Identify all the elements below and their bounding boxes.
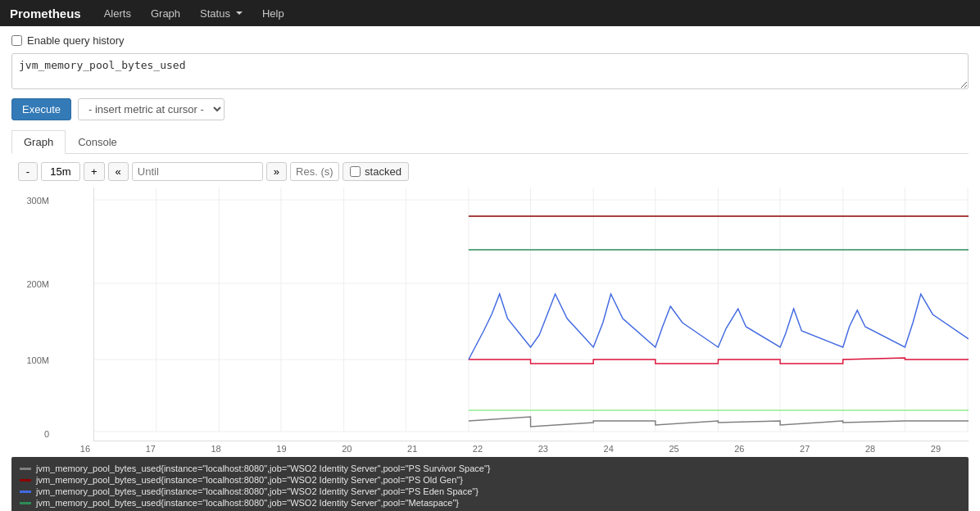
x-tick-17: 17 xyxy=(146,444,156,454)
legend-color-0 xyxy=(20,468,31,470)
zoom-out-button[interactable]: - xyxy=(18,162,38,181)
y-label-300m: 300M xyxy=(26,196,49,206)
legend-label-0: jvm_memory_pool_bytes_used{instance="loc… xyxy=(36,464,490,473)
metric-select[interactable]: - insert metric at cursor - xyxy=(78,98,225,120)
chart-wrapper: 300M 200M 100M 0 xyxy=(11,188,969,441)
chart-svg xyxy=(94,188,969,441)
legend-color-3 xyxy=(20,502,31,504)
nav-graph[interactable]: Graph xyxy=(141,0,190,26)
x-tick-23: 23 xyxy=(538,444,548,454)
legend-label-1: jvm_memory_pool_bytes_used{instance="loc… xyxy=(36,475,463,485)
zoom-in-button[interactable]: + xyxy=(84,162,105,181)
main-content: Enable query history jvm_memory_pool_byt… xyxy=(0,26,980,511)
x-tick-20: 20 xyxy=(342,444,352,454)
tabs-bar: Graph Console xyxy=(11,130,969,154)
graph-controls: - + « » stacked xyxy=(11,162,969,181)
x-tick-16: 16 xyxy=(80,444,90,454)
query-history-checkbox[interactable] xyxy=(11,35,22,46)
tab-console[interactable]: Console xyxy=(66,130,129,154)
query-history-label[interactable]: Enable query history xyxy=(27,34,125,47)
forward-button[interactable]: » xyxy=(266,162,287,181)
y-label-0: 0 xyxy=(44,429,49,439)
y-label-100m: 100M xyxy=(26,355,49,365)
x-tick-18: 18 xyxy=(211,444,220,454)
legend-color-1 xyxy=(20,479,31,482)
stacked-label[interactable]: stacked xyxy=(343,162,409,181)
nav-status[interactable]: Status xyxy=(190,0,252,26)
x-tick-26: 26 xyxy=(734,444,744,454)
legend-item-3: jvm_memory_pool_bytes_used{instance="loc… xyxy=(20,498,960,508)
navbar: Prometheus Alerts Graph Status Help xyxy=(0,0,980,26)
chart-svg-container xyxy=(93,188,969,441)
legend-item-0: jvm_memory_pool_bytes_used{instance="loc… xyxy=(20,464,960,473)
y-label-200m: 200M xyxy=(26,279,49,289)
legend-item-2: jvm_memory_pool_bytes_used{instance="loc… xyxy=(20,486,960,496)
time-range-input[interactable] xyxy=(41,162,80,181)
legend-color-2 xyxy=(20,491,31,493)
nav-alerts[interactable]: Alerts xyxy=(94,0,141,26)
execute-row: Execute - insert metric at cursor - xyxy=(11,98,969,120)
x-tick-21: 21 xyxy=(407,444,417,454)
until-input[interactable] xyxy=(132,162,263,181)
execute-button[interactable]: Execute xyxy=(11,98,71,120)
query-input[interactable]: jvm_memory_pool_bytes_used xyxy=(11,53,969,89)
back-button[interactable]: « xyxy=(108,162,129,181)
x-tick-25: 25 xyxy=(669,444,678,454)
x-tick-27: 27 xyxy=(800,444,810,454)
brand-title: Prometheus xyxy=(10,7,81,20)
query-history-row: Enable query history xyxy=(11,34,969,47)
chart-legend: jvm_memory_pool_bytes_used{instance="loc… xyxy=(11,457,969,511)
legend-label-2: jvm_memory_pool_bytes_used{instance="loc… xyxy=(36,486,479,496)
legend-label-3: jvm_memory_pool_bytes_used{instance="loc… xyxy=(36,498,459,508)
x-tick-29: 29 xyxy=(931,444,941,454)
resolution-input[interactable] xyxy=(290,162,339,181)
x-axis: 16 17 18 19 20 21 22 23 24 25 26 27 28 2… xyxy=(11,441,969,454)
stacked-text: stacked xyxy=(365,165,402,178)
y-axis: 300M 200M 100M 0 xyxy=(11,188,52,441)
x-tick-22: 22 xyxy=(473,444,483,454)
x-tick-24: 24 xyxy=(604,444,614,454)
stacked-checkbox[interactable] xyxy=(350,166,361,177)
tab-graph[interactable]: Graph xyxy=(11,130,66,154)
status-dropdown-caret xyxy=(236,11,243,15)
legend-item-1: jvm_memory_pool_bytes_used{instance="loc… xyxy=(20,475,960,485)
x-tick-19: 19 xyxy=(276,444,286,454)
x-tick-28: 28 xyxy=(865,444,875,454)
nav-help[interactable]: Help xyxy=(252,0,294,26)
